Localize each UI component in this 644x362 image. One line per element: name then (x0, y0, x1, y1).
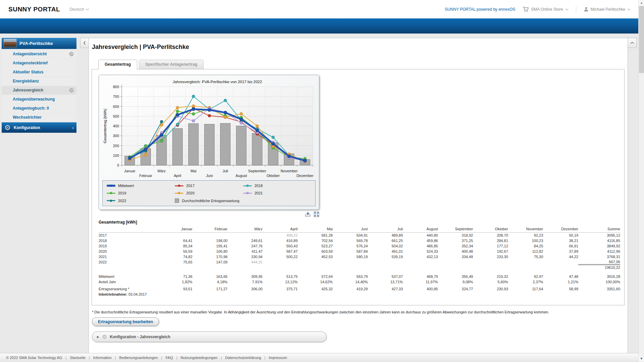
table-cell (298, 265, 333, 270)
sidebar-item-anlagenüberwachung[interactable]: Anlagenüberwachung (2, 95, 76, 104)
sidebar-item-label: Wechselrichter (13, 115, 42, 120)
column-header: Dezember (543, 226, 578, 233)
scrollbar-thumb[interactable] (639, 6, 644, 73)
svg-text:Oktober: Oktober (267, 174, 280, 178)
commissioning-date: Inbetriebnahme: 03.04.2017 (99, 292, 620, 296)
chevron-down-icon (627, 8, 631, 10)
row-label: Mittelwert (99, 274, 157, 279)
online-store-label: SMA Online Store (531, 7, 563, 12)
sidebar-item-energiebilanz[interactable]: Energiebilanz (2, 77, 76, 85)
sidebar-item-wechselrichter[interactable]: Wechselrichter (2, 113, 76, 122)
yield-table: JanuarFebruarMärzAprilMaiJuniJuliAugustS… (99, 226, 620, 292)
row-label: Ertragserwartung * (99, 286, 157, 292)
table-cell: 486,85 (403, 243, 438, 249)
table-cell: 195,41 (193, 243, 228, 249)
column-header: Summe (578, 226, 620, 233)
legend-item: 2017 (175, 184, 243, 188)
svg-text:Dezember: Dezember (297, 174, 314, 178)
table-cell: 667,06 (578, 259, 620, 265)
svg-text:100: 100 (113, 154, 119, 158)
svg-text:Februar: Februar (139, 174, 152, 178)
table-cell: 14,62% (298, 279, 333, 285)
collapse-up-button[interactable] (628, 38, 637, 48)
table-cell: 400,48 (438, 249, 473, 254)
footer-link-faq[interactable]: FAQ (165, 356, 173, 360)
line-swatch (107, 185, 115, 187)
footer-separator: | (89, 356, 90, 360)
line-swatch (175, 193, 183, 194)
vertical-scrollbar[interactable]: ▲ ▼ (638, 0, 644, 362)
sidebar-item-label: Energiebilanz (13, 79, 39, 83)
table-cell (157, 233, 193, 238)
sunny-portal-logo: SUNNY PORTAL (8, 6, 60, 13)
table-cell: 249,61 (227, 238, 263, 243)
fullscreen-icon[interactable] (314, 212, 319, 217)
table-cell: 64,41 (157, 238, 193, 243)
svg-text:700: 700 (113, 95, 119, 99)
scroll-up-arrow[interactable]: ▲ (639, 0, 644, 6)
sidebar-item-anlagenlogbuch-0[interactable]: Anlagenlogbuch: 0 (2, 104, 76, 113)
plant-header[interactable]: PVA-Perlitschke (2, 38, 76, 49)
svg-text:200: 200 (113, 144, 119, 148)
collapse-left-button[interactable] (80, 38, 89, 48)
legend-item: Durchschnittliche Ertragserwartung (175, 198, 243, 203)
gear-icon: ⚙ (102, 334, 107, 341)
footer-link-nutzungsbedingungen[interactable]: Nutzungsbedingungen (180, 356, 217, 360)
table-cell: 9,08% (438, 279, 473, 285)
table-cell: 504,91 (333, 233, 368, 238)
table-cell: 661,25 (368, 238, 403, 243)
table-cell: 71,36 (157, 274, 193, 279)
online-store-dropdown[interactable]: SMA Online Store (523, 7, 568, 12)
scroll-down-arrow[interactable]: ▼ (639, 356, 644, 361)
ennexos-link[interactable]: SUNNY PORTAL powered by ennexOS (445, 7, 515, 12)
legend-label: 2018 (255, 184, 263, 188)
table-cell: 170,98 (193, 254, 228, 259)
table-cell: 192,67 (473, 249, 508, 254)
config-accordion[interactable]: ▶ ⚙ Konfiguration - Jahresvergleich (92, 331, 327, 342)
svg-text:Jahresvergleich: PVA-Perlitsch: Jahresvergleich: PVA-Perlitschke von 201… (173, 80, 262, 84)
legend-label: 2019 (118, 191, 126, 195)
footer-link-startseite[interactable]: Startseite (70, 356, 85, 360)
table-cell (157, 265, 193, 270)
table-cell: 411,47 (227, 249, 263, 254)
footer-link-information[interactable]: Information (93, 356, 112, 360)
row-label: 2019 (99, 243, 157, 249)
footer-separator: | (66, 356, 67, 360)
language-dropdown[interactable]: Deutsch (69, 7, 89, 12)
sidebar-item-aktueller-status[interactable]: Aktueller Status (2, 68, 76, 76)
table-cell: 581,28 (298, 233, 333, 238)
table-cell: 318,92 (438, 233, 473, 238)
row-label: 2017 (99, 233, 157, 238)
table-cell: 352,34 (438, 243, 473, 249)
table-cell: 702,54 (298, 238, 333, 243)
footer-link-datenschutzerklärung[interactable]: Datenschutzerklärung (225, 356, 261, 360)
footer-separator: | (161, 356, 162, 360)
table-cell (508, 259, 543, 265)
table-cell: 408,22 (263, 233, 298, 238)
table-cell: 524,33 (403, 249, 438, 254)
svg-text:300: 300 (113, 134, 119, 138)
export-icon[interactable] (305, 212, 311, 217)
sidebar-item-anlagensteckbrief[interactable]: Anlagensteckbrief (2, 59, 76, 67)
sidebar-item-konfiguration[interactable]: ⚙ Konfiguration › (2, 122, 76, 133)
footer-link-impressum[interactable]: Impressum (269, 356, 287, 360)
table-cell: 4112,96 (578, 249, 620, 254)
table-cell: 208,70 (473, 233, 508, 238)
footer-link-bedienungsanleitungen[interactable]: Bedienungsanleitungen (119, 356, 158, 360)
sidebar-item-anlagenübersicht[interactable]: Anlagenübersicht (2, 50, 76, 58)
table-cell: 14,40% (333, 279, 368, 285)
table-cell (368, 265, 403, 270)
tab-gesamtertrag[interactable]: Gesamtertrag (98, 60, 137, 69)
table-cell: 66,91 (543, 243, 578, 249)
column-header: Oktober (473, 226, 508, 233)
table-row: Ertragserwartung *93,51171,27306,00375,7… (99, 286, 620, 292)
legend-item: 2019 (107, 191, 175, 195)
table-cell: 425,32 (298, 286, 333, 292)
table-cell: 50,19 (543, 233, 578, 238)
tab-spezifischer-anlagenertrag[interactable]: Spezifischer Anlagenertrag (139, 60, 204, 69)
user-dropdown[interactable]: Michael Perlitschke (584, 7, 631, 12)
table-cell (473, 259, 508, 265)
line-swatch (107, 193, 115, 194)
edit-expectation-button[interactable]: Ertragserwartung bearbeiten (92, 317, 159, 326)
sidebar-item-jahresvergleich[interactable]: Jahresvergleich (2, 86, 76, 95)
